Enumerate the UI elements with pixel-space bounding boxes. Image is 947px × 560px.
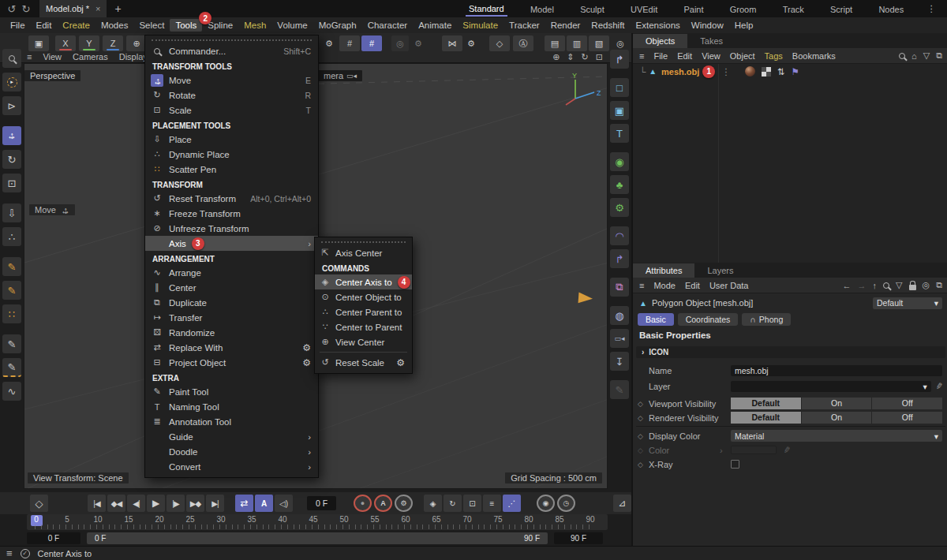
om-menu-edit[interactable]: Edit — [677, 51, 692, 61]
viewport-menu-view[interactable]: View — [43, 52, 62, 62]
export-icon[interactable]: ⧉ — [936, 50, 942, 61]
array-generator-button[interactable]: ♣ — [610, 175, 629, 194]
gear-icon[interactable]: ⚙ — [302, 342, 311, 353]
generator-gear-button[interactable]: ⚙ — [610, 198, 629, 217]
forward-icon[interactable]: → — [858, 281, 867, 290]
am-menu-userdata[interactable]: User Data — [709, 281, 749, 290]
range-start-field[interactable]: 0 F — [27, 532, 80, 544]
menu-character[interactable]: Character — [362, 19, 414, 32]
document-tab[interactable]: Model.obj * × — [39, 0, 107, 17]
rotate-tool-button[interactable]: ↻ — [2, 150, 21, 169]
menu-edit[interactable]: Edit — [31, 19, 58, 32]
keyframe-diamond-icon[interactable]: ◇ — [638, 400, 649, 408]
om-menu-file[interactable]: File — [653, 51, 668, 61]
falloff-button[interactable]: ◎ — [391, 35, 409, 51]
keyframe-settings-button[interactable]: ⚙ — [395, 495, 413, 512]
menu-help[interactable]: Help — [729, 19, 759, 32]
set-keyframe-button[interactable]: ◇ — [30, 495, 48, 512]
material-tag-icon[interactable] — [745, 66, 755, 77]
display-tag-icon[interactable]: ⚑ — [792, 66, 799, 77]
menu-item-doodle[interactable]: Doodle › — [145, 444, 318, 459]
rv-off-option[interactable]: Off — [872, 412, 942, 424]
object-row-mesh[interactable]: └ ▲ mesh.obj 1 ⋮ ⇅ ⚑ — [633, 64, 947, 79]
menu-tearoff[interactable] — [321, 237, 406, 243]
orbit-view-icon[interactable]: ↻ — [582, 52, 589, 62]
menu-item-paint-tool[interactable]: ✎ Paint Tool — [145, 384, 318, 399]
om-menu-view[interactable]: View — [702, 51, 721, 61]
rv-default-option[interactable]: Default — [731, 412, 801, 424]
menu-item-center-axis-to[interactable]: ◈ Center Axis to 4 — [315, 274, 412, 289]
close-tab-icon[interactable]: × — [95, 4, 100, 13]
next-key-button[interactable]: ▶◆ — [186, 495, 204, 512]
play-button[interactable]: ▶ — [147, 495, 165, 512]
redshift-button[interactable]: ◇ — [489, 35, 510, 51]
prev-frame-button[interactable]: ◀| — [127, 495, 145, 512]
menu-item-rotate[interactable]: ↻ Rotate R — [145, 88, 318, 103]
layout-tab-uvedit[interactable]: UVEdit — [627, 2, 661, 16]
layout-tab-groom[interactable]: Groom — [727, 2, 760, 16]
am-hamburger-icon[interactable]: ≡ — [639, 281, 644, 290]
layout-tab-paint[interactable]: Paint — [680, 2, 706, 16]
menu-item-randomize[interactable]: ⚄ Randomize — [145, 325, 318, 340]
vv-default-option[interactable]: Default — [731, 398, 801, 409]
paint-tool-button[interactable]: ✎ — [2, 334, 21, 353]
menu-file[interactable]: File — [5, 19, 31, 32]
layer-dropdown[interactable]: ▾ — [731, 381, 931, 392]
up-icon[interactable]: ↑ — [873, 281, 878, 290]
menu-item-arrange[interactable]: ∿ Arrange — [145, 265, 318, 280]
axis-z-toggle[interactable]: Z — [103, 35, 123, 51]
tool-options-gear[interactable]: ⚙ — [322, 35, 336, 51]
symmetry-button[interactable]: ⋈ — [442, 35, 462, 51]
camera-object-button[interactable]: ▭◂ — [610, 329, 629, 348]
live-selection-button[interactable]: ▸ — [2, 73, 21, 91]
menu-volume[interactable]: Volume — [271, 19, 313, 32]
menu-window[interactable]: Window — [686, 19, 729, 32]
search-icon[interactable] — [883, 282, 889, 289]
cube-primitive-button[interactable]: ▣ — [610, 101, 629, 120]
loop-playback-button[interactable]: ⇄ — [235, 495, 253, 512]
symmetry-gear-button[interactable]: ⚙ — [464, 35, 478, 51]
menu-item-scale[interactable]: ⊡ Scale T — [145, 103, 318, 118]
goto-end-button[interactable]: ▶| — [206, 495, 224, 512]
commander-tool-button[interactable] — [2, 49, 21, 68]
realtime-record-button[interactable]: ◷ — [557, 495, 575, 512]
keyframe-diamond-icon[interactable]: ◇ — [638, 414, 649, 422]
menu-item-replace-with[interactable]: ⇄ Replace With ⚙ — [145, 340, 318, 355]
menu-item-guide[interactable]: Guide › — [145, 429, 318, 444]
tweak-mode-button[interactable]: ⊳ — [2, 96, 21, 115]
menu-tools[interactable]: Tools 2 — [170, 19, 202, 32]
snap-toggle-button[interactable]: # — [339, 35, 360, 51]
record-button[interactable]: ● — [354, 495, 372, 512]
menu-item-reset-scale[interactable]: ↺ Reset Scale ⚙ — [315, 355, 412, 370]
quantize-toggle-button[interactable]: # — [361, 35, 382, 51]
menu-item-move[interactable]: Move E — [145, 73, 318, 88]
viewport-menu-cameras[interactable]: Cameras — [73, 52, 108, 62]
key-scale-button[interactable]: ⊡ — [463, 495, 481, 512]
spline-pen-button[interactable]: ✎ — [2, 257, 21, 276]
menu-mesh[interactable]: Mesh — [238, 19, 271, 32]
menu-item-annotation-tool[interactable]: ≣ Annotation Tool — [145, 414, 318, 429]
menu-item-reset-transform[interactable]: ↺ Reset Transform Alt+0, Ctrl+Alt+0 — [145, 191, 318, 206]
object-tree[interactable]: └ ▲ mesh.obj 1 ⋮ ⇅ ⚑ — [633, 64, 947, 263]
move-tool-button[interactable] — [2, 126, 21, 145]
menu-item-scatter-pen[interactable]: ∷ Scatter Pen — [145, 162, 318, 177]
phong-tag-icon[interactable]: ⇅ — [777, 66, 785, 77]
menu-item-axis-center[interactable]: ⇱ Axis Center — [315, 245, 412, 260]
filter-icon[interactable]: ▽ — [923, 50, 930, 61]
orientation-gizmo[interactable]: Y Z — [552, 70, 602, 108]
home-icon[interactable]: ⌂ — [911, 51, 917, 61]
am-menu-edit[interactable]: Edit — [685, 281, 700, 290]
x-axis-handle[interactable] — [578, 292, 593, 304]
chip-phong[interactable]: ∩ Phong — [742, 313, 791, 326]
name-input[interactable]: mesh.obj — [731, 365, 942, 376]
field-object-button[interactable]: ◍ — [610, 306, 629, 325]
key-parameter-button[interactable]: ≡ — [483, 495, 501, 512]
axis-x-toggle[interactable]: X — [55, 35, 76, 51]
eyedropper-icon[interactable]: ✎ — [933, 382, 944, 390]
menu-item-center[interactable]: ∥ Center — [145, 280, 318, 295]
menu-item-convert[interactable]: Convert › — [145, 459, 318, 474]
autokey-button[interactable]: A — [255, 495, 273, 512]
dolly-view-icon[interactable]: ⇕ — [567, 52, 574, 62]
text-object-button[interactable]: T — [610, 124, 629, 143]
om-hamburger-icon[interactable]: ≡ — [639, 51, 644, 61]
